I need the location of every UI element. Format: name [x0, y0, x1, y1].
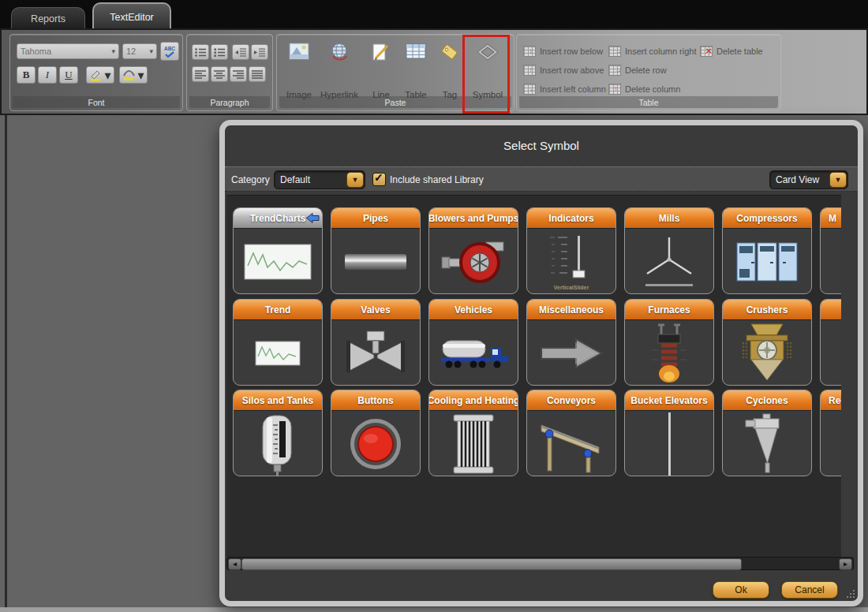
- symbol-card-furnaces[interactable]: Furnaces: [624, 299, 714, 386]
- resize-grip[interactable]: [847, 590, 856, 599]
- symbol-card-partial-2[interactable]: [820, 299, 841, 386]
- crusher-icon: [734, 322, 800, 385]
- ok-button[interactable]: Ok: [713, 581, 769, 599]
- tab-reports[interactable]: Reports: [11, 7, 85, 29]
- insert-column-right-button[interactable]: → Insert column right: [608, 46, 696, 57]
- symbol-card-partial-3[interactable]: Rec: [820, 390, 841, 476]
- delete-table-button[interactable]: ✕ Delete table: [700, 46, 763, 57]
- editor-left-border: [5, 115, 7, 607]
- chevron-down-icon: ▾: [149, 47, 153, 55]
- justify-button[interactable]: [249, 66, 266, 82]
- symbol-card-bucket-elevators[interactable]: Bucket Elevators: [624, 390, 714, 476]
- insert-tag-button[interactable]: Tag: [436, 41, 464, 99]
- underline-button[interactable]: U: [59, 66, 78, 84]
- symbol-card-partial-1[interactable]: M: [820, 207, 841, 294]
- delete-row-button[interactable]: → Delete row: [608, 65, 667, 76]
- dialog-title: Select Symbol: [225, 139, 858, 152]
- symbol-card-miscellaneous[interactable]: Miscellaneous: [526, 299, 616, 386]
- delete-table-icon: ✕: [700, 46, 713, 57]
- insert-row-below-button[interactable]: ↓ Insert row below: [523, 46, 603, 57]
- symbol-card-crushers[interactable]: Crushers: [722, 299, 812, 386]
- select-symbol-dialog: Select Symbol Category Default ▼ ✓ Inclu…: [219, 120, 863, 606]
- dialog-toolbar: Category Default ▼ ✓ Include shared Libr…: [225, 166, 858, 192]
- font-size-combo[interactable]: 12 ▾: [122, 43, 157, 59]
- highlight-color-button[interactable]: ▾: [86, 66, 114, 84]
- delete-column-button[interactable]: ↑ Delete column: [608, 84, 680, 95]
- cyclone-icon: [741, 412, 793, 476]
- symbol-card-trend[interactable]: Trend: [233, 299, 323, 386]
- symbol-card-cooling[interactable]: Cooling and Heating: [428, 390, 518, 476]
- font-family-combo[interactable]: Tahoma ▾: [17, 43, 119, 59]
- symbol-card-blowers[interactable]: Blowers and Pumps: [428, 207, 518, 294]
- justify-icon: [251, 69, 264, 80]
- symbol-card-vehicles[interactable]: Vehicles: [428, 299, 518, 386]
- insert-line-button[interactable]: Line: [365, 41, 397, 99]
- symbol-card-buttons[interactable]: Buttons: [331, 390, 421, 476]
- symbol-card-valves[interactable]: Valves: [331, 299, 421, 386]
- bucket-elevator-icon: [668, 412, 671, 476]
- pipes-icon: [345, 254, 406, 270]
- symbol-card-indicators[interactable]: Indicators VerticalSlider: [526, 207, 616, 294]
- dropdown-arrow-icon[interactable]: ▼: [346, 172, 364, 188]
- view-mode-dropdown[interactable]: Card View ▼: [769, 170, 848, 189]
- cooling-column-icon: [449, 412, 498, 476]
- bullet-list-button[interactable]: [192, 44, 209, 60]
- decrease-indent-button[interactable]: [232, 44, 249, 60]
- bold-button[interactable]: B: [17, 66, 36, 84]
- font-color-button[interactable]: ▾: [119, 66, 148, 84]
- bullet-list-icon: [194, 47, 207, 58]
- symbol-card-silos[interactable]: Silos and Tanks: [233, 390, 323, 476]
- conveyor-icon: [537, 412, 605, 476]
- symbol-card-pipes[interactable]: Pipes: [331, 207, 421, 294]
- chevron-down-icon: ▾: [104, 68, 110, 83]
- tank-icon: [256, 412, 300, 476]
- align-center-button[interactable]: [211, 66, 228, 82]
- font-family-value: Tahoma: [21, 47, 51, 56]
- insert-table-button[interactable]: Table: [398, 41, 434, 99]
- red-button-icon: [348, 416, 403, 472]
- line-pencil-icon: [372, 43, 391, 62]
- tab-texteditor[interactable]: TextEditor: [92, 2, 171, 30]
- dropdown-arrow-icon[interactable]: ▼: [829, 172, 847, 188]
- insert-image-button[interactable]: Image: [282, 41, 316, 99]
- align-right-button[interactable]: [230, 66, 247, 82]
- category-dropdown[interactable]: Default ▼: [274, 170, 365, 189]
- scroll-left-icon[interactable]: ◄: [228, 558, 241, 570]
- cancel-button[interactable]: Cancel: [781, 581, 838, 599]
- numbered-list-button[interactable]: [211, 44, 228, 60]
- italic-button[interactable]: I: [38, 66, 57, 84]
- scrollbar-thumb[interactable]: [241, 558, 742, 570]
- insert-row-above-button[interactable]: ↑ Insert row above: [523, 65, 604, 76]
- highlighter-icon: [89, 69, 103, 81]
- view-mode-value: Card View: [770, 174, 826, 185]
- font-size-value: 12: [126, 47, 136, 56]
- selected-arrow-icon: [306, 213, 320, 223]
- symbol-card-conveyors[interactable]: Conveyors: [526, 390, 616, 476]
- symbol-card-grid: TrendCharts Pipes Blowers and Pumps: [226, 195, 841, 557]
- category-value: Default: [275, 174, 343, 185]
- compressor-cabinets-icon: [735, 241, 799, 283]
- spellcheck-button[interactable]: ABC: [160, 42, 179, 61]
- symbol-card-mills[interactable]: Mills: [624, 207, 714, 294]
- symbol-card-cyclones[interactable]: Cyclones: [722, 390, 812, 476]
- numbered-list-icon: [213, 47, 226, 58]
- arrow-icon: [538, 334, 604, 373]
- checkmark-icon: ✓: [374, 171, 383, 184]
- insert-hyperlink-button[interactable]: Hyperlink: [315, 41, 364, 99]
- shared-checkbox[interactable]: ✓: [372, 173, 386, 186]
- symbol-card-trendcharts[interactable]: TrendCharts: [233, 207, 323, 294]
- table-group: ↓ Insert row below ↑ Insert row above ← …: [516, 34, 781, 111]
- valve-icon: [343, 329, 408, 378]
- symbol-card-compressors[interactable]: Compressors: [722, 207, 812, 294]
- increase-indent-button[interactable]: [251, 44, 268, 60]
- scroll-right-icon[interactable]: ►: [839, 558, 852, 570]
- insert-left-column-button[interactable]: ← Insert left column: [523, 84, 606, 95]
- align-center-icon: [213, 69, 226, 80]
- align-left-button[interactable]: [192, 66, 209, 82]
- hyperlink-globe-icon: [329, 43, 350, 62]
- tanker-truck-icon: [439, 334, 508, 372]
- window-bottom-edge: [0, 607, 868, 612]
- horizontal-scrollbar[interactable]: ◄ ►: [226, 557, 854, 570]
- abc-icon: ABC: [164, 46, 175, 51]
- table-group-caption: Table: [519, 96, 778, 108]
